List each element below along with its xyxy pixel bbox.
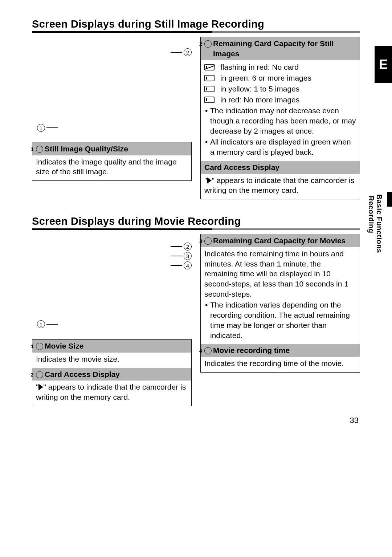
cap-list-3: in red: No more images [220,95,299,105]
circled-1-icon: 1 [36,343,43,350]
language-tab: E [375,46,392,83]
side-text-sub: Recording [367,196,375,253]
circled-3-icon: 3 [204,237,212,245]
movie-rectime-header: 4Movie recording time [201,344,360,357]
circled-4-icon: 4 [204,347,212,354]
still-heading: Screen Displays during Still Image Recor… [32,18,360,33]
callout-2-icon: 2 [184,48,192,56]
side-text-main: Basic Functions [375,194,383,253]
page-number: 33 [350,416,359,425]
callout-1-icon: 1 [37,124,45,132]
still-image-section: Screen Displays during Still Image Recor… [32,18,360,199]
movie-rectime-body: Indicates the recording time of the movi… [204,358,356,369]
callout-3-icon: 3 [184,252,192,260]
callout-1-icon: 1 [37,320,45,328]
cap-list-0: flashing in red: No card [220,62,299,72]
still-capacity-header: 2Remaining Card Capacity for Still Image… [201,37,360,60]
movie-diagram: 1 2 3 4 [32,234,192,339]
still-quality-body: Indicates the image quality and the imag… [36,157,188,177]
card-icon [204,75,215,81]
circled-2-icon: 2 [204,40,212,48]
no-card-icon [204,64,215,70]
cap-note-0: The indication may not decrease even tho… [204,106,356,136]
cap-list-2: in yellow: 1 to 5 images [220,84,299,94]
section-side-label: Basic Functions Recording [375,194,392,274]
movie-access-body: "" appears to indicate that the camcorde… [36,382,188,402]
movie-size-header: 1Movie Size [32,340,191,353]
card-access-body: "" appears to indicate that the camcorde… [204,175,356,195]
card-icon [204,97,215,103]
play-icon [207,177,212,184]
callout-4-icon: 4 [184,261,192,269]
movie-access-header: 2Card Access Display [32,368,191,381]
movie-cap-note-0: The indication varies depending on the r… [204,300,356,340]
cap-list-1: in green: 6 or more images [220,73,311,83]
cap-note-1: All indicators are displayed in green wh… [204,137,356,157]
card-icon [204,86,215,92]
movie-capacity-body: Indicates the remaining time in hours an… [204,249,356,299]
movie-capacity-header: 3Remaining Card Capacity for Movies [201,234,360,247]
still-diagram: 1 2 [32,37,192,142]
movie-size-body: Indicates the movie size. [36,354,188,364]
circled-1-icon: 1 [36,146,43,153]
movie-heading: Screen Displays during Movie Recording [32,215,360,230]
callout-2-icon: 2 [184,243,192,251]
circled-2-icon: 2 [36,371,43,378]
play-icon [38,384,43,390]
card-access-header: Card Access Display [201,161,360,174]
still-quality-header: 1Still Image Quality/Size [32,142,191,155]
movie-section: Screen Displays during Movie Recording 1… [32,215,360,406]
